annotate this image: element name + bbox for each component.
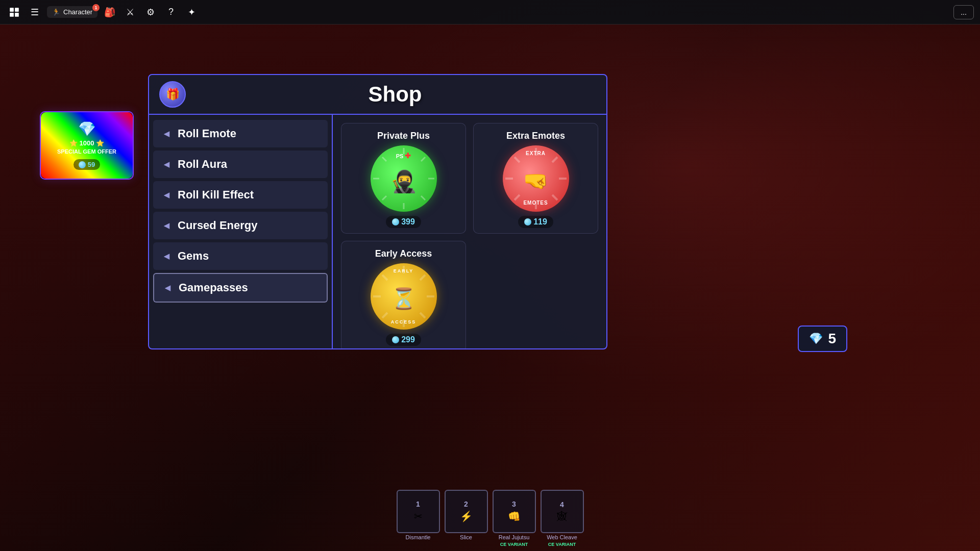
svg-line-27 <box>382 275 387 280</box>
item-card-early-access[interactable]: Early Access <box>341 241 466 348</box>
arrow-icon: ◀ <box>161 220 172 231</box>
price-gem-icon <box>524 218 531 226</box>
character-label: Character <box>63 8 92 16</box>
web-cleave-icon: 🕸 <box>557 511 567 522</box>
arrow-icon: ◀ <box>161 190 172 200</box>
item-price-extra-emotes: 119 <box>518 216 553 228</box>
arrow-icon: ◀ <box>161 129 172 139</box>
hotbar-box-1[interactable]: 1 ✂ <box>397 490 440 533</box>
settings-icon[interactable]: ⚙ <box>142 4 159 20</box>
svg-line-23 <box>420 313 425 318</box>
ps-character-emoji: 🥷 <box>390 169 417 194</box>
sidebar-label-gems: Gems <box>178 249 209 263</box>
sidebar-label-gamepasses: Gamepasses <box>179 281 248 294</box>
shop-header: 🎁 Shop <box>149 75 606 115</box>
price-gem-icon <box>392 336 399 343</box>
early-top-badge: EARLY <box>394 268 414 273</box>
help-icon[interactable]: ? <box>163 4 179 20</box>
hotbar-num-1: 1 <box>416 500 420 508</box>
chat-icon[interactable]: ☰ <box>27 4 43 20</box>
svg-rect-2 <box>10 13 14 17</box>
svg-line-17 <box>514 195 520 200</box>
inventory-icon[interactable]: 🎒 <box>102 4 118 20</box>
roblox-logo-icon[interactable] <box>6 4 22 20</box>
svg-line-5 <box>421 157 425 161</box>
hotbar-box-3[interactable]: 3 👊 <box>493 490 536 533</box>
svg-line-21 <box>420 275 425 280</box>
hotbar-slot-2: 2 ⚡ Slice <box>443 490 489 547</box>
svg-rect-3 <box>15 13 19 17</box>
item-title-early-access: Early Access <box>375 248 432 259</box>
currency-icon <box>79 161 86 168</box>
svg-line-19 <box>514 157 520 162</box>
combat-icon[interactable]: ⚔ <box>122 4 138 20</box>
svg-rect-1 <box>15 8 19 12</box>
sidebar-item-roll-kill-effect[interactable]: ◀ Roll Kill Effect <box>153 181 328 209</box>
hotbar-variant-3: CE VARIANT <box>500 542 528 547</box>
early-access-emoji: ⏳ <box>391 287 416 311</box>
gem-counter: 💎 5 <box>798 325 847 352</box>
sidebar-label-roll-kill-effect: Roll Kill Effect <box>178 188 254 202</box>
gem-counter-icon: 💎 <box>809 332 823 345</box>
item-card-private-plus[interactable]: Private Plus <box>341 123 466 234</box>
dismantle-icon: ✂ <box>414 510 423 522</box>
shop-avatar: 🎁 <box>159 81 186 108</box>
shop-body: ◀ Roll Emote ◀ Roll Aura ◀ Roll Kill Eff… <box>149 115 606 348</box>
shop-title: Shop <box>194 82 596 107</box>
svg-line-11 <box>382 157 386 161</box>
hotbar-num-4: 4 <box>560 500 564 509</box>
shop-panel: 🎁 Shop ◀ Roll Emote ◀ Roll Aura ◀ Roll K… <box>148 74 607 349</box>
item-image-extra-emotes: EXTRA 🤜 EMOTES <box>503 145 569 212</box>
gem-offer-panel[interactable]: 💎 ⭐ 1000 ⭐ SPECIAL GEM OFFER 59 <box>41 112 133 179</box>
item-image-early-access: EARLY ⏳ ACCESS <box>371 263 437 330</box>
price-gem-icon <box>392 218 399 226</box>
early-bottom-badge: ACCESS <box>391 319 416 324</box>
item-price-private-plus: 399 <box>386 216 421 228</box>
hotbar-box-2[interactable]: 2 ⚡ <box>445 490 488 533</box>
hotbar-num-2: 2 <box>464 500 468 508</box>
slice-icon: ⚡ <box>460 510 473 522</box>
hotbar-slot-3: 3 👊 Real Jujutsu CE VARIANT <box>491 490 537 547</box>
sidebar-item-gamepasses[interactable]: ◀ Gamepasses <box>153 273 328 303</box>
notification-badge: 1 <box>92 4 100 11</box>
sidebar-label-cursed-energy: Cursed Energy <box>178 219 258 232</box>
more-button[interactable]: ... <box>953 5 974 19</box>
star-icon[interactable]: ✦ <box>183 4 200 20</box>
item-card-extra-emotes[interactable]: Extra Emotes <box>473 123 598 234</box>
arrow-icon: ◀ <box>161 159 172 169</box>
sidebar-item-gems[interactable]: ◀ Gems <box>153 242 328 270</box>
gem-offer-icon: 💎 <box>48 120 126 137</box>
hotbar-label-1: Dismantle <box>406 534 431 541</box>
sidebar-item-cursed-energy[interactable]: ◀ Cursed Energy <box>153 212 328 239</box>
sidebar-item-roll-emote[interactable]: ◀ Roll Emote <box>153 120 328 147</box>
sidebar-item-roll-aura[interactable]: ◀ Roll Aura <box>153 151 328 178</box>
svg-line-9 <box>382 196 386 200</box>
hotbar: 1 ✂ Dismantle 2 ⚡ Slice 3 👊 Real Jujutsu… <box>391 486 589 551</box>
item-image-private-plus: PS ✚ 🥷 <box>371 145 437 212</box>
svg-rect-0 <box>10 8 14 12</box>
item-title-private-plus: Private Plus <box>377 131 430 141</box>
item-title-extra-emotes: Extra Emotes <box>506 131 565 141</box>
hotbar-label-2: Slice <box>460 534 472 541</box>
shop-sidebar: ◀ Roll Emote ◀ Roll Aura ◀ Roll Kill Eff… <box>149 115 333 348</box>
hotbar-num-3: 3 <box>512 500 516 508</box>
hotbar-label-4: Web Cleave <box>547 534 577 541</box>
sidebar-label-roll-aura: Roll Aura <box>178 158 227 171</box>
item-price-early-access: 299 <box>386 334 421 346</box>
character-icon: 🏃 <box>52 8 60 16</box>
svg-line-15 <box>552 195 557 200</box>
svg-line-13 <box>552 157 557 162</box>
arrow-icon: ◀ <box>161 251 172 261</box>
extra-bottom-badge: EMOTES <box>523 200 548 206</box>
hotbar-variant-4: CE VARIANT <box>548 542 576 547</box>
ps-badge: PS ✚ <box>396 152 411 160</box>
gem-offer-label: SPECIAL GEM OFFER <box>48 148 126 155</box>
navbar: ☰ 🏃 Character 1 🎒 ⚔ ⚙ ? ✦ ... <box>0 0 980 24</box>
gem-offer-price: 59 <box>74 159 100 170</box>
svg-line-25 <box>382 313 387 318</box>
sidebar-label-roll-emote: Roll Emote <box>178 127 236 140</box>
shop-content: Private Plus <box>333 115 606 348</box>
character-tab[interactable]: 🏃 Character 1 <box>47 6 97 18</box>
hotbar-box-4[interactable]: 4 🕸 <box>541 490 584 533</box>
extra-top-badge: EXTRA <box>526 151 546 156</box>
